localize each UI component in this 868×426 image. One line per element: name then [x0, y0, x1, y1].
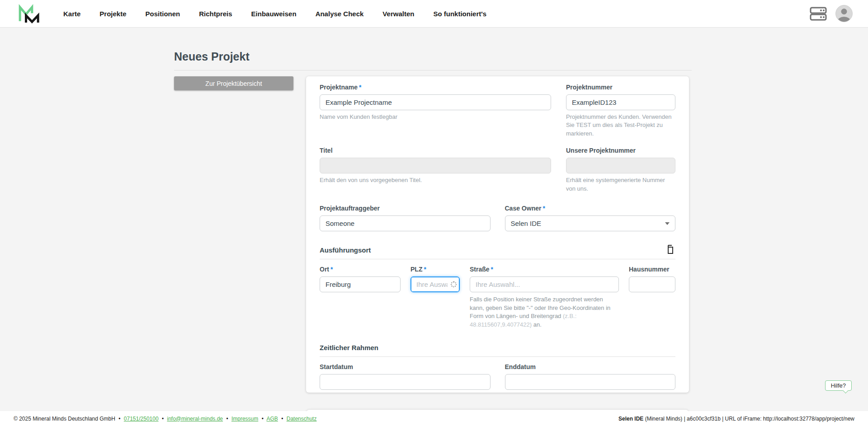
- strasse-label-text: Straße: [470, 266, 490, 273]
- unsere-projektnummer-input: [566, 158, 675, 173]
- projektauftraggeber-input[interactable]: [320, 215, 491, 231]
- case-owner-select[interactable]: Selen IDE: [505, 215, 676, 231]
- projektname-input[interactable]: [320, 94, 551, 110]
- strasse-label: Straße*: [470, 266, 619, 273]
- row-adresse: Ort* PLZ* Straße*: [320, 266, 675, 292]
- case-owner-label-text: Case Owner: [505, 205, 542, 212]
- nav-item-analyse-check[interactable]: Analyse Check: [316, 10, 364, 18]
- projektnummer-input[interactable]: [566, 94, 675, 110]
- field-startdatum: Startdatum: [320, 363, 491, 390]
- copy-location-button[interactable]: [665, 244, 675, 256]
- ort-input[interactable]: [320, 276, 401, 292]
- titel-helper: Erhält den von uns vorgegebenen Titel.: [320, 176, 551, 184]
- required-asterisk: *: [359, 84, 361, 91]
- zeitlicher-rahmen-divider: [320, 356, 675, 357]
- user-avatar-icon[interactable]: [835, 5, 853, 22]
- plz-input-wrapper: [410, 276, 460, 292]
- ort-label-text: Ort: [320, 266, 329, 273]
- main-content: Neues Projekt Zur Projektübersicht Proje…: [0, 28, 868, 426]
- required-asterisk: *: [491, 266, 493, 273]
- title-divider: [174, 70, 692, 70]
- field-projektname: Projektname* Name vom Kunden festlegbar: [320, 84, 551, 138]
- nav-item-projekte[interactable]: Projekte: [99, 10, 126, 18]
- required-asterisk: *: [424, 266, 426, 273]
- case-owner-label: Case Owner*: [505, 205, 676, 212]
- footer-impressum-link[interactable]: Impressum: [231, 416, 258, 422]
- projektnummer-helper: Projektnummer des Kunden. Verwenden Sie …: [566, 113, 675, 138]
- separator-dot: •: [118, 416, 120, 422]
- enddatum-label: Enddatum: [505, 363, 676, 371]
- footer-bar: © 2025 Mineral Minds Deutschland GmbH • …: [0, 411, 868, 426]
- projektname-label-text: Projektname: [320, 84, 358, 91]
- field-plz: PLZ*: [410, 266, 460, 292]
- main-nav: Karte Projekte Positionen Richtpreis Ein…: [63, 10, 486, 18]
- row-titel-unsere-projektnummer: Titel Erhält den von uns vorgegebenen Ti…: [320, 147, 675, 193]
- field-hausnummer: Hausnummer: [629, 266, 675, 292]
- nav-item-einbauweisen[interactable]: Einbauweisen: [251, 10, 297, 18]
- ausfuehrungsort-divider: [320, 259, 675, 259]
- nav-item-richtpreis[interactable]: Richtpreis: [199, 10, 232, 18]
- hausnummer-label: Hausnummer: [629, 266, 675, 273]
- page-title: Neues Projekt: [174, 50, 250, 63]
- field-titel: Titel Erhält den von uns vorgegebenen Ti…: [320, 147, 551, 193]
- field-case-owner: Case Owner* Selen IDE: [505, 205, 676, 231]
- unsere-projektnummer-label: Unsere Projektnummer: [566, 147, 675, 154]
- titel-label: Titel: [320, 147, 551, 154]
- zeitlicher-rahmen-header: Zeitlicher Rahmen: [320, 342, 675, 352]
- separator-dot: •: [162, 416, 164, 422]
- required-asterisk: *: [542, 205, 545, 212]
- projektname-helper: Name vom Kunden festlegbar: [320, 113, 551, 121]
- chevron-down-icon: [665, 222, 670, 225]
- case-owner-selected-value: Selen IDE: [511, 220, 542, 227]
- field-projektnummer: Projektnummer Projektnummer des Kunden. …: [566, 84, 675, 138]
- footer-phone-link[interactable]: 07151/250100: [124, 416, 159, 422]
- field-ort: Ort*: [320, 266, 401, 292]
- strasse-input[interactable]: [470, 276, 619, 292]
- footer-datenschutz-link[interactable]: Datenschutz: [287, 416, 317, 422]
- nav-item-so-funktionierts[interactable]: So funktioniert's: [433, 10, 486, 18]
- footer-email-link[interactable]: info@mineral-minds.de: [167, 416, 223, 422]
- projektname-label: Projektname*: [320, 84, 551, 91]
- footer-left: © 2025 Mineral Minds Deutschland GmbH • …: [14, 416, 316, 422]
- server-icon[interactable]: [809, 6, 827, 21]
- help-button[interactable]: Hilfe?: [825, 380, 852, 391]
- session-details: (Mineral Minds) | a6c00c3cf31b | URL of …: [643, 416, 854, 422]
- enddatum-input[interactable]: [505, 374, 676, 390]
- nav-item-positionen[interactable]: Positionen: [146, 10, 180, 18]
- nav-item-verwalten[interactable]: Verwalten: [382, 10, 414, 18]
- footer-agb-link[interactable]: AGB: [267, 416, 278, 422]
- projektnummer-label: Projektnummer: [566, 84, 675, 91]
- avatar-shoulders: [838, 17, 850, 22]
- separator-dot: •: [281, 416, 283, 422]
- field-projektauftraggeber: Projektauftraggeber: [320, 205, 491, 231]
- field-enddatum: Enddatum: [505, 363, 676, 390]
- field-strasse: Straße*: [470, 266, 619, 292]
- section-ausfuehrungsort: Ausführungsort Ort*: [320, 245, 675, 329]
- row-auftraggeber-caseowner: Projektauftraggeber Case Owner* Selen ID…: [320, 205, 675, 231]
- back-to-project-overview-button[interactable]: Zur Projektübersicht: [174, 76, 293, 90]
- strasse-helper: Falls die Position keiner Straße zugeord…: [470, 295, 619, 329]
- copyright-text: © 2025 Mineral Minds Deutschland GmbH: [14, 416, 115, 422]
- ausfuehrungsort-header: Ausführungsort: [320, 245, 675, 255]
- unsere-projektnummer-helper: Erhält eine systemgenerierte Nummer von …: [566, 176, 675, 193]
- strasse-helper-main: Falls die Position keiner Straße zugeord…: [470, 296, 610, 319]
- separator-dot: •: [262, 416, 264, 422]
- top-nav-bar: Karte Projekte Positionen Richtpreis Ein…: [0, 0, 868, 28]
- mineral-minds-logo[interactable]: [18, 4, 41, 23]
- hausnummer-input[interactable]: [629, 276, 675, 292]
- section-zeitlicher-rahmen: Zeitlicher Rahmen Startdatum Enddatum: [320, 342, 675, 390]
- titel-input: [320, 158, 551, 173]
- plz-label: PLZ*: [410, 266, 460, 273]
- ausfuehrungsort-title: Ausführungsort: [320, 246, 371, 254]
- loading-spinner-icon: [451, 281, 457, 287]
- avatar-head: [841, 9, 847, 14]
- header-actions: [809, 5, 853, 22]
- startdatum-input[interactable]: [320, 374, 491, 390]
- required-asterisk: *: [330, 266, 333, 273]
- copy-icon: [665, 245, 675, 255]
- nav-item-karte[interactable]: Karte: [63, 10, 80, 18]
- field-unsere-projektnummer: Unsere Projektnummer Erhält eine systemg…: [566, 147, 675, 193]
- session-user: Selen IDE: [618, 416, 643, 422]
- separator-dot: •: [226, 416, 228, 422]
- row-datum: Startdatum Enddatum: [320, 363, 675, 390]
